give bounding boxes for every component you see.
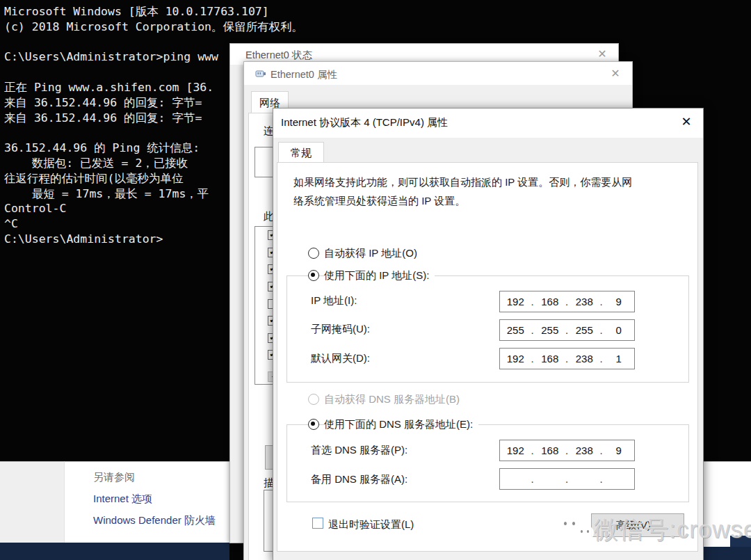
taskbar[interactable] [0,543,229,560]
ip-dot [600,473,604,485]
control-panel-right-patch [704,461,751,547]
subnet-mask-field[interactable]: 2552552550 [499,319,635,341]
ip-address-label: IP 地址(I): [311,294,357,307]
ip-seg: 192 [500,445,531,456]
preferred-dns-field[interactable]: 1921682389 [499,440,635,461]
control-panel-sidebar: 另请参阅 Internet 选项 Windows Defender 防火墙 [64,461,230,543]
ip-address-field[interactable]: 1921682389 [499,291,635,312]
validate-settings-checkbox[interactable] [312,518,323,529]
windows-defender-firewall-link[interactable]: Windows Defender 防火墙 [93,514,216,527]
alternate-dns-label: 备用 DNS 服务器(A): [311,473,407,486]
ip-dot [531,473,535,485]
control-panel-margin [0,461,64,543]
taskbar-right[interactable] [704,547,751,560]
preferred-dns-label: 首选 DNS 服务器(P): [311,444,407,457]
default-gateway-label: 默认网关(D): [311,352,370,365]
radio-manual-ip[interactable] [308,270,319,281]
properties-close-icon[interactable]: ✕ [608,67,623,80]
taskbar-tray-block[interactable] [730,536,751,547]
ip-seg: 192 [500,353,531,365]
ip-seg: 168 [535,445,566,456]
tcpip-close-icon[interactable]: ✕ [677,114,696,129]
ip-seg: 9 [604,296,635,307]
ip-seg: 255 [535,324,566,336]
ethernet-adapter-icon [255,69,266,78]
radio-manual-dns[interactable] [308,419,319,430]
ip-dot [565,473,569,485]
validate-settings-label: 退出时验证设置(L) [328,518,414,531]
ip-seg: 1 [604,353,635,365]
dns-groupbox [286,424,689,502]
radio-manual-dns-label: 使用下面的 DNS 服务器地址(E): [324,418,478,431]
radio-auto-dns[interactable] [308,394,319,405]
description-line2: 络系统管理员处获得适当的 IP 设置。 [293,195,465,208]
tcpip-properties-dialog: Internet 协议版本 4 (TCP/IPv4) 属性 ✕ 常规 如果网络支… [273,108,704,560]
advanced-button[interactable]: 高级(V)... [591,513,684,537]
ip-seg: 168 [535,353,566,365]
description-line1: 如果网络支持此功能，则可以获取自动指派的 IP 设置。否则，你需要从网 [293,176,632,189]
ip-seg: 168 [535,296,566,307]
tcpip-dialog-title: Internet 协议版本 4 (TCP/IPv4) 属性 [281,116,448,129]
alternate-dns-field[interactable] [499,468,635,490]
see-also-heading: 另请参阅 [93,471,135,484]
default-gateway-field[interactable]: 1921682381 [499,348,635,369]
radio-auto-dns-label: 自动获得 DNS 服务器地址(B) [324,393,465,406]
ip-seg: 9 [604,445,635,456]
status-dialog-title: Ethernet0 状态 [245,49,312,62]
ip-seg: 255 [500,324,531,336]
ip-seg: 238 [569,445,600,456]
properties-dialog-title: Ethernet0 属性 [270,68,337,81]
status-close-icon[interactable]: ✕ [595,47,610,61]
tcpip-tabpage: 如果网络支持此功能，则可以获取自动指派的 IP 设置。否则，你需要从网 络系统管… [277,162,698,552]
ip-seg: 0 [604,324,635,336]
radio-auto-ip[interactable] [308,248,319,259]
ip-seg: 238 [569,296,600,307]
radio-auto-ip-label: 自动获得 IP 地址(O) [324,247,423,260]
tab-general[interactable]: 常规 [278,142,324,163]
radio-manual-ip-label: 使用下面的 IP 地址(S): [324,269,435,282]
tcpip-titlebar[interactable]: Internet 协议版本 4 (TCP/IPv4) 属性 ✕ [273,109,703,138]
subnet-mask-label: 子网掩码(U): [311,323,370,336]
ip-seg: 238 [569,353,600,365]
ip-seg: 192 [500,296,531,307]
desktop: Microsoft Windows [版本 10.0.17763.107] (c… [0,0,751,560]
properties-titlebar[interactable]: Ethernet0 属性 ✕ [244,62,632,85]
ip-seg: 255 [569,324,600,336]
internet-options-link[interactable]: Internet 选项 [93,493,152,506]
